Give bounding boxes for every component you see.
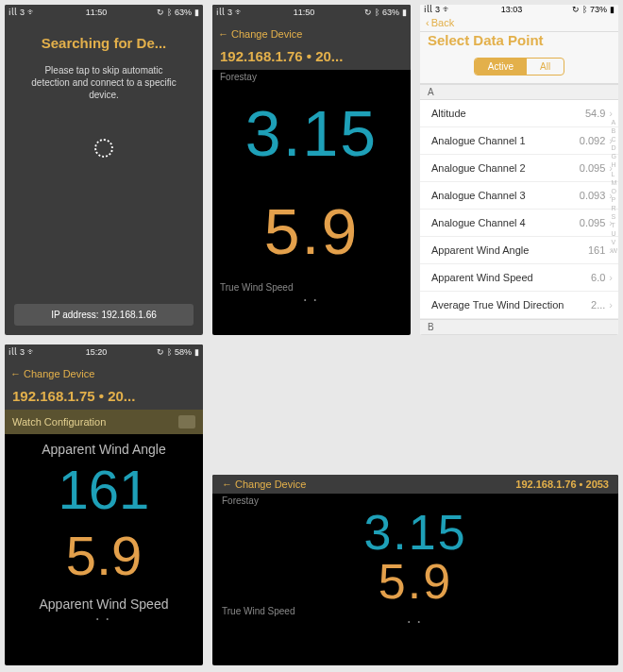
segmented-control: Active All [420, 54, 618, 84]
row-value: 0.093 [580, 190, 606, 201]
index-letter[interactable]: C [611, 135, 617, 143]
bluetooth-icon: ᛒ [167, 8, 172, 17]
bluetooth-icon: ᛒ [167, 347, 172, 357]
row-key: Apparent Wind Speed [431, 272, 533, 283]
battery-icon: ▮ [610, 5, 615, 14]
carrier-label: 3 [435, 5, 440, 14]
list-row[interactable]: Altitude54.9› [420, 100, 618, 127]
top-value-label: Apparent Wind Angle [5, 434, 203, 457]
list-row[interactable]: Analogue Channel 40.095› [420, 210, 618, 237]
section-divider-a: A [420, 84, 618, 100]
page-title: Searching for De... [42, 25, 167, 55]
row-key: Average True Wind Direction [431, 299, 564, 311]
clock: 15:20 [86, 347, 108, 357]
index-letter[interactable]: U [611, 229, 617, 238]
segment-all[interactable]: All [527, 59, 564, 75]
change-device-link[interactable]: ← Change Device [218, 28, 302, 40]
index-letter[interactable]: H [611, 160, 617, 169]
nav-bar: ‹Back [420, 14, 618, 32]
orientation-lock-icon: ↻ [157, 8, 164, 17]
page-dots[interactable]: • • [212, 294, 411, 307]
screen-data-display: 𝗂𝗅𝗅3ᯤ 11:50 ↻ᛒ63%▮ ← Change Device 192.1… [212, 5, 411, 335]
index-letter[interactable]: R [611, 204, 617, 212]
index-letter[interactable]: G [611, 152, 617, 160]
index-letter[interactable]: T [611, 221, 617, 229]
row-value: 54.9 [585, 108, 605, 119]
page-dots[interactable]: • • [212, 616, 618, 629]
value-awa[interactable]: 161 [5, 457, 203, 523]
value-forestay[interactable]: 3.15 [212, 508, 618, 557]
watch-config-label: Watch Configuration [12, 416, 106, 428]
change-device-link[interactable]: ← Change Device [10, 368, 94, 379]
clock: 11:50 [294, 8, 315, 17]
orientation-lock-icon: ↻ [364, 8, 372, 17]
row-value: 161 [588, 244, 605, 256]
spinner-icon [94, 139, 113, 158]
row-key: Analogue Channel 3 [431, 190, 526, 201]
index-letter[interactable]: D [611, 143, 617, 152]
clock: 13:03 [501, 5, 523, 14]
bottom-value-label: True Wind Speed [222, 606, 295, 616]
chevron-right-icon: › [609, 272, 613, 283]
page-dots[interactable]: • • [5, 612, 203, 626]
status-bar: 𝗂𝗅𝗅3ᯤ 13:03 ↻ᛒ73%▮ [420, 5, 618, 14]
section-divider-b: B [420, 319, 618, 335]
signal-icon: 𝗂𝗅𝗅 [8, 347, 17, 357]
row-value: 2... [591, 299, 605, 311]
screen-select-datapoint: 𝗂𝗅𝗅3ᯤ 13:03 ↻ᛒ73%▮ ‹Back Select Data Poi… [420, 5, 618, 335]
watch-config-bar[interactable]: Watch Configuration [5, 410, 203, 434]
screen-landscape-display: ← Change Device 192.168.1.76 • 2053 Fore… [212, 475, 618, 665]
value-tws[interactable]: 5.9 [212, 557, 618, 606]
index-letter[interactable]: A [611, 118, 617, 126]
searching-body[interactable]: Searching for De... Please tap to skip a… [5, 20, 203, 304]
value-forestay[interactable]: 3.15 [212, 84, 411, 182]
ip-title: 192.168.1.76 • 2053 [515, 479, 609, 490]
index-letter[interactable]: M [611, 178, 617, 187]
row-key: Altitude [431, 108, 466, 119]
status-bar: 𝗂𝗅𝗅3ᯤ 15:20 ↻ᛒ58%▮ [5, 344, 203, 360]
wifi-icon: ᯤ [235, 8, 244, 17]
index-letter[interactable]: L [611, 170, 617, 178]
carrier-label: 3 [20, 8, 25, 17]
wifi-icon: ᯤ [27, 8, 36, 17]
ip-title: 192.168.1.76 • 20... [212, 48, 411, 70]
alpha-index[interactable]: ABCDGHLMOPRSTUVW [611, 118, 617, 256]
index-letter[interactable]: O [611, 187, 617, 195]
ip-address-bar[interactable]: IP address: 192.168.1.66 [14, 304, 194, 326]
index-letter[interactable]: P [611, 195, 617, 204]
row-value: 0.095 [580, 162, 606, 174]
battery-icon: ▮ [194, 347, 199, 357]
row-key: Analogue Channel 1 [431, 135, 526, 146]
battery-percent: 58% [175, 347, 192, 357]
bluetooth-icon: ᛒ [375, 8, 379, 17]
row-value: 0.092 [580, 135, 606, 146]
battery-percent: 63% [382, 8, 399, 17]
index-letter[interactable]: B [611, 126, 617, 135]
list-row[interactable]: Apparent Wind Speed6.0› [420, 264, 618, 292]
clock: 11:50 [86, 8, 108, 17]
orientation-lock-icon: ↻ [157, 347, 164, 357]
bluetooth-icon: ᛒ [582, 5, 587, 14]
index-letter[interactable]: S [611, 212, 617, 221]
change-device-link[interactable]: ← Change Device [222, 479, 306, 490]
status-bar: 𝗂𝗅𝗅3ᯤ 11:50 ↻ᛒ63%▮ [212, 5, 411, 20]
segment-active[interactable]: Active [475, 59, 527, 75]
wifi-icon: ᯤ [443, 5, 451, 14]
row-value: 6.0 [591, 272, 605, 283]
back-button[interactable]: ‹Back [426, 17, 454, 28]
list-row[interactable]: Average True Wind Direction2...› [420, 292, 618, 319]
list-row[interactable]: Analogue Channel 20.095› [420, 155, 618, 182]
value-tws[interactable]: 5.9 [212, 182, 411, 280]
value-aws[interactable]: 5.9 [5, 523, 203, 589]
signal-icon: 𝗂𝗅𝗅 [216, 8, 225, 17]
list-row[interactable]: Apparent Wind Angle161› [420, 237, 618, 264]
top-value-label: Forestay [212, 70, 411, 84]
ip-title: 192.168.1.75 • 20... [5, 388, 203, 410]
row-key: Apparent Wind Angle [431, 244, 529, 256]
list-row[interactable]: Analogue Channel 10.092› [420, 127, 618, 155]
nav-bar: ← Change Device [212, 20, 411, 48]
index-letter[interactable]: V [611, 238, 617, 246]
list-row[interactable]: Analogue Channel 30.093› [420, 182, 618, 210]
index-letter[interactable]: W [611, 246, 617, 255]
nav-bar: ← Change Device 192.168.1.76 • 2053 [212, 475, 618, 494]
